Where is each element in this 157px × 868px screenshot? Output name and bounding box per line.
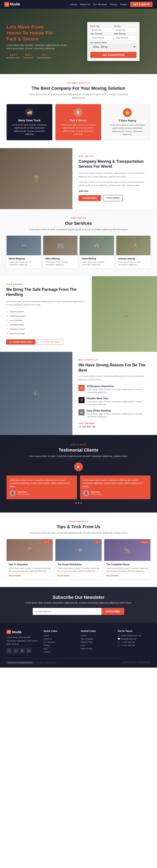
order-regularly-button[interactable]: GO ORDER REGULARLY — [6, 339, 35, 345]
footer-logo-icon: 🚚 — [6, 630, 11, 634]
blog-desc: Lorem ipsum dolor sit amet, consectetur … — [24, 531, 133, 535]
company-image: 👷 — [0, 148, 72, 209]
stat-years-label: Business Years — [6, 57, 20, 59]
quick-link-about-anchor[interactable]: About Us — [44, 638, 52, 640]
submit-quote-button[interactable]: GET A QUOTATION — [90, 52, 136, 58]
best-company-label: THE BEST SOLUTION — [6, 82, 151, 84]
package-text: SAFE MANNER We Bring The Safe Package Fr… — [0, 276, 92, 352]
useful-links-title: Usefull Links — [81, 630, 113, 632]
newsletter-section: Subscribe Our Newsleter Lorem ipsum dolo… — [0, 587, 157, 623]
quick-link-pricing-anchor[interactable]: Pricing — [44, 644, 50, 647]
best-company-title: The Best Company For Your Moving Solutio… — [6, 85, 151, 91]
talk-now-link[interactable]: Lets Talk Now — [78, 422, 95, 425]
feature-rating-desc: Lorem ipsum dolor sit amet, consectetur … — [107, 124, 147, 136]
get-quote-button[interactable]: GET A QUOTE — [130, 2, 153, 7]
quick-link-faq-anchor[interactable]: FAQ — [44, 648, 48, 650]
hero-description: Lorem ipsum dolor sit amet, consectetur … — [6, 43, 70, 50]
package-none-button[interactable]: GO PACKAGE NONE — [37, 339, 63, 345]
nav-pricing[interactable]: Pricing — [110, 3, 117, 6]
service-img-3: 🏠 — [80, 236, 114, 255]
quick-link-contact-anchor[interactable]: Contact — [44, 651, 50, 653]
company-text: WHO WE ARE Company Moving & Transportati… — [72, 148, 157, 209]
read-more-1[interactable]: READ MORE — [9, 575, 21, 577]
to-city-label: To City — [114, 25, 136, 27]
useful-link-faq-anchor[interactable]: FAQ — [81, 644, 85, 647]
youtube-icon[interactable]: yt — [26, 648, 31, 653]
services-desc: Lorem ipsum dolor sit amet, consectetur … — [24, 228, 133, 231]
nav-services[interactable]: Our Services — [93, 3, 107, 6]
dot-2[interactable] — [78, 502, 79, 504]
reason-image-placeholder: 👨‍🔧 — [0, 352, 72, 435]
contact-input[interactable] — [90, 35, 113, 40]
hero-headline-red: House To House — [6, 30, 44, 35]
play-video-button[interactable]: PLAY VIDEO — [104, 195, 123, 201]
date-input[interactable] — [114, 35, 136, 40]
quick-links-list: Home About Us Our Services Pricing FAQ C… — [44, 634, 76, 653]
feature-secure-desc: Lorem ipsum dolor sit amet, consectetur … — [58, 123, 98, 136]
learn-more-button[interactable]: LEARN MORE — [78, 195, 101, 201]
service-desc-4: Lorem ipsum dolor sit amet, consectetur … — [119, 261, 149, 267]
service-office-moving: 🏢 Office Moving Lorem ipsum dolor sit am… — [43, 236, 78, 269]
quick-link-home-anchor[interactable]: Home — [44, 634, 49, 637]
read-more-2[interactable]: READ MORE — [57, 575, 70, 577]
dot-3[interactable] — [80, 502, 82, 504]
testimonial-desc: Lorem ipsum dolor sit amet, consectetur … — [24, 455, 133, 458]
blog-info-1: How To Staycation Lorem ipsum dolor sit … — [6, 561, 53, 579]
twitter-icon[interactable]: t — [13, 648, 18, 653]
nav-home[interactable]: Home — [71, 3, 77, 6]
contact-title: Get In Touch — [118, 630, 151, 632]
testimonial-title: Testimonial Clients — [6, 447, 151, 453]
check-icon-6: ✓ — [6, 332, 8, 335]
testimonial-card-1: Lorem ipsum dolor sit amet, consectetur … — [6, 475, 77, 499]
newsletter-subscribe-button[interactable]: SUBSCRIBE — [101, 608, 124, 615]
testimonial-play-button[interactable]: ▶ — [74, 462, 83, 471]
reason-phone: +1 234 456 789 — [78, 425, 151, 428]
company-image-placeholder: 👷 — [0, 148, 72, 209]
nav-about[interactable]: About Us — [80, 3, 90, 6]
service-img-placeholder-3: 🏠 — [80, 236, 114, 255]
to-city-input[interactable] — [114, 28, 136, 33]
reason-title: We Have Strong Reason For Be The Best — [78, 363, 151, 373]
blog-tag-2: Tips — [94, 541, 100, 544]
dot-1[interactable] — [75, 502, 77, 504]
service-industry-moving: 🏭 Industry Moving Lorem ipsum dolor sit … — [116, 236, 151, 269]
services-title: Our Services — [6, 220, 151, 226]
newsletter-email-input[interactable] — [33, 608, 101, 615]
blog-tag-1: Moving — [43, 541, 51, 544]
read-more-3[interactable]: READ MORE — [106, 575, 119, 577]
hero-stat-partner: 75+ Industry Partner — [37, 53, 51, 59]
useful-link-company-anchor[interactable]: Our Company — [81, 638, 93, 640]
useful-link-career-anchor[interactable]: Career — [81, 634, 87, 637]
stat-branch-number: 190+ — [24, 53, 34, 57]
from-city-input[interactable] — [90, 28, 113, 33]
avatar-1: 👤 — [9, 490, 16, 496]
hero-headline: Lets Move From House To House ForFast & … — [6, 24, 70, 42]
logo-icon: 🚚 — [4, 2, 9, 7]
volume-select[interactable]: 100kg - 500 kg — [90, 44, 136, 50]
company-desc2: Lorem ipsum dolor sit amet, consectetur … — [78, 181, 151, 187]
newsletter-desc: Lorem ipsum dolor sit amet, consectetur … — [6, 601, 151, 604]
logo: 🚚 Mudik — [4, 2, 20, 7]
features-grid: 🚚 Many Clean Truck Lorem ipsum dolor sit… — [6, 104, 151, 140]
instagram-icon[interactable]: in — [20, 648, 25, 653]
testimonial-text-1: Lorem ipsum dolor sit amet, consectetur … — [9, 478, 74, 488]
from-city-group: From City — [90, 25, 113, 33]
reason-item-title-2: Flexible Work Time — [87, 397, 151, 400]
facebook-icon[interactable]: f — [6, 648, 12, 653]
elementor-badge: MADE WITH ELEMENTOR KIT — [6, 661, 33, 664]
blog-info-3: The Completed House Lorem ipsum dolor si… — [104, 561, 151, 579]
useful-link-return-anchor[interactable]: Return Policy — [81, 648, 93, 650]
useful-link-refund-anchor[interactable]: Refund Policy — [81, 641, 93, 643]
service-info-4: Industry Moving Lorem ipsum dolor sit am… — [116, 255, 151, 269]
contact-label: Your Contact — [90, 33, 113, 35]
author-name-1: John Doe — [18, 491, 29, 493]
star-icon: ⭐ — [123, 108, 132, 117]
quick-link-services-anchor[interactable]: Our Services — [44, 641, 55, 643]
check-icon-1: ✓ — [6, 310, 8, 313]
reason-content-1: 15 Business Experience Lorem ipsum dolor… — [87, 385, 151, 394]
service-img-placeholder-2: 🏢 — [43, 236, 78, 255]
testimonial-author-1: 👤 John Doe CEO Company — [9, 490, 74, 496]
nav-pages[interactable]: Pages — [120, 3, 127, 6]
stat-years-number: 10Y+ — [6, 53, 20, 57]
testimonial-label: OUR CLIENTS — [6, 444, 151, 446]
